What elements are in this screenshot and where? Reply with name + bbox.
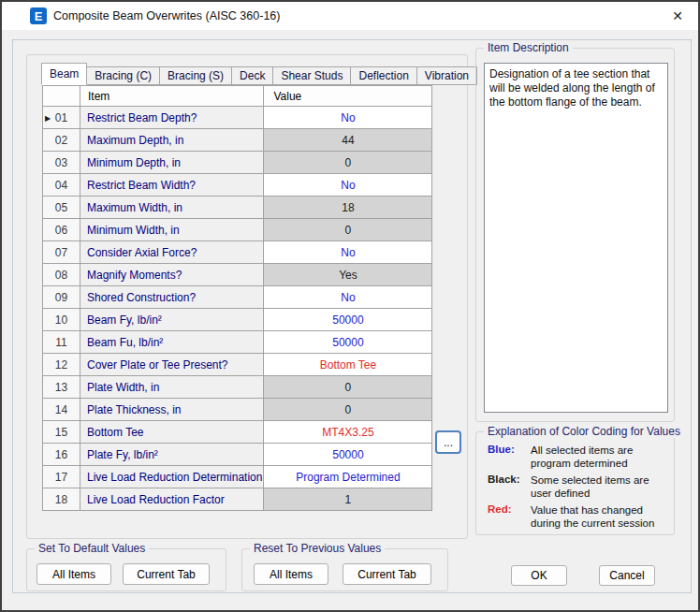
row-number: 05 <box>55 201 67 214</box>
red-label: Red: <box>488 503 531 531</box>
color-coding-group: Explanation of Color Coding for Values B… <box>475 431 675 535</box>
row-number-cell: 14 <box>43 399 80 421</box>
row-item-label: Cover Plate or Tee Present? <box>80 354 264 376</box>
table-row[interactable]: 14Plate Thickness, in0 <box>43 399 432 421</box>
row-value-cell[interactable]: MT4X3.25 <box>264 421 432 444</box>
row-value-cell[interactable]: 50000 <box>264 309 432 331</box>
row-item-label: Maximum Depth, in <box>80 129 264 152</box>
table-row[interactable]: 03Minimum Depth, in0 <box>43 152 432 174</box>
row-number: 09 <box>55 291 67 304</box>
tab-bracing-s[interactable]: Bracing (S) <box>160 66 232 85</box>
color-coding-list: Blue: All selected items are program det… <box>488 444 670 532</box>
row-value-cell[interactable]: 50000 <box>264 331 432 354</box>
row-item-label: Plate Width, in <box>80 376 264 399</box>
item-column-header: Item <box>80 86 264 107</box>
row-number: 11 <box>55 336 66 349</box>
tab-vibration[interactable]: Vibration <box>417 66 477 85</box>
blue-description: All selected items are program determine… <box>531 444 670 471</box>
table-row[interactable]: 07Consider Axial Force?No <box>43 241 432 264</box>
row-item-label: Shored Construction? <box>80 286 264 309</box>
set-default-all-items-button[interactable]: All Items <box>36 563 111 585</box>
set-default-current-tab-button[interactable]: Current Tab <box>123 563 210 585</box>
row-number: 13 <box>55 381 67 394</box>
tab-deck[interactable]: Deck <box>232 66 273 85</box>
row-item-label: Live Load Reduction Determination <box>80 466 264 488</box>
tab-strip: BeamBracing (C)Bracing (S)DeckShear Stud… <box>41 63 477 85</box>
row-number-cell: 03 <box>43 152 80 174</box>
row-value-cell[interactable]: Program Determined <box>264 466 432 488</box>
value-column-header: Value <box>264 86 432 107</box>
current-row-arrow-icon: ▶ <box>45 113 51 122</box>
row-number-cell: 12 <box>43 354 80 376</box>
table-row[interactable]: 10Beam Fy, lb/in²50000 <box>43 309 432 331</box>
row-number-cell: 11 <box>43 331 80 354</box>
row-value-cell[interactable]: 0 <box>264 219 432 241</box>
row-value-cell[interactable]: No <box>264 107 432 129</box>
blue-label: Blue: <box>488 444 531 471</box>
row-header-corner <box>43 86 80 107</box>
reset-current-tab-button[interactable]: Current Tab <box>343 563 431 585</box>
black-label: Black: <box>488 474 531 501</box>
table-row[interactable]: 17Live Load Reduction DeterminationProgr… <box>43 466 432 488</box>
tab-shear-studs[interactable]: Shear Studs <box>273 66 351 85</box>
row-value-cell[interactable]: 1 <box>264 488 432 511</box>
row-number-cell: ▶01 <box>43 107 80 129</box>
row-number-cell: 05 <box>43 197 80 219</box>
row-number-cell: 07 <box>43 241 80 264</box>
table-row[interactable]: 12Cover Plate or Tee Present?Bottom Tee <box>43 354 432 376</box>
tab-deflection[interactable]: Deflection <box>351 66 416 85</box>
browse-section-button[interactable]: ... <box>435 430 461 454</box>
row-number: 15 <box>55 426 67 439</box>
title-bar[interactable]: E Composite Beam Overwrites (AISC 360-16… <box>2 2 698 30</box>
tab-beam[interactable]: Beam <box>41 63 87 85</box>
row-value-cell[interactable]: No <box>264 241 432 264</box>
tab-bracing-c[interactable]: Bracing (C) <box>87 66 160 85</box>
table-row[interactable]: ▶01Restrict Beam Depth?No <box>43 107 432 129</box>
row-number: 12 <box>55 358 67 372</box>
table-row[interactable]: 04Restrict Beam Width?No <box>43 174 432 197</box>
row-number: 08 <box>55 269 67 282</box>
row-number-cell: 16 <box>43 444 80 466</box>
row-value-cell[interactable]: 0 <box>264 399 432 421</box>
row-number: 04 <box>55 179 67 192</box>
table-row[interactable]: 18Live Load Reduction Factor1 <box>43 488 432 511</box>
row-value-cell[interactable]: Yes <box>264 264 432 286</box>
row-value-cell[interactable]: No <box>264 286 432 309</box>
table-row[interactable]: 02Maximum Depth, in44 <box>43 129 432 152</box>
row-number-cell: 04 <box>43 174 80 197</box>
row-value-cell[interactable]: 18 <box>264 197 432 219</box>
row-number-cell: 13 <box>43 376 80 399</box>
reset-previous-values-title: Reset To Previous Values <box>250 542 385 555</box>
table-row[interactable]: 09Shored Construction?No <box>43 286 432 309</box>
table-row[interactable]: 11Beam Fu, lb/in²50000 <box>43 331 432 354</box>
table-row[interactable]: 16Plate Fy, lb/in²50000 <box>43 444 432 466</box>
row-number-cell: 09 <box>43 286 80 309</box>
close-icon[interactable]: ✕ <box>657 2 698 30</box>
row-number-cell: 10 <box>43 309 80 331</box>
reset-all-items-button[interactable]: All Items <box>254 563 328 585</box>
row-item-label: Bottom Tee <box>80 421 264 444</box>
overwrites-table-header: Item Value <box>43 86 432 107</box>
row-value-cell[interactable]: 0 <box>264 376 432 399</box>
color-coding-entry-black: Black: Some selected items are user defi… <box>488 474 670 501</box>
overwrites-group: BeamBracing (C)Bracing (S)DeckShear Stud… <box>26 54 468 539</box>
window-title: Composite Beam Overwrites (AISC 360-16) <box>53 9 280 22</box>
table-row[interactable]: 08Magnify Moments?Yes <box>43 264 432 286</box>
row-value-cell[interactable]: 44 <box>264 129 432 152</box>
color-coding-entry-blue: Blue: All selected items are program det… <box>488 444 670 471</box>
cancel-button[interactable]: Cancel <box>599 565 655 586</box>
table-row[interactable]: 06Minimum Width, in0 <box>43 219 432 241</box>
row-value-cell[interactable]: No <box>264 174 432 197</box>
ok-button[interactable]: OK <box>511 565 567 586</box>
table-row[interactable]: 13Plate Width, in0 <box>43 376 432 399</box>
row-item-label: Plate Thickness, in <box>80 399 264 421</box>
table-row[interactable]: 05Maximum Width, in18 <box>43 197 432 219</box>
row-value-cell[interactable]: Bottom Tee <box>264 354 432 376</box>
row-value-cell[interactable]: 50000 <box>264 444 432 466</box>
row-number-cell: 17 <box>43 466 80 488</box>
row-value-cell[interactable]: 0 <box>264 152 432 174</box>
row-number: 01 <box>55 111 67 124</box>
row-item-label: Beam Fu, lb/in² <box>80 331 264 354</box>
overwrites-table-body: ▶01Restrict Beam Depth?No02Maximum Depth… <box>43 107 432 511</box>
table-row[interactable]: 15Bottom TeeMT4X3.25 <box>43 421 432 444</box>
